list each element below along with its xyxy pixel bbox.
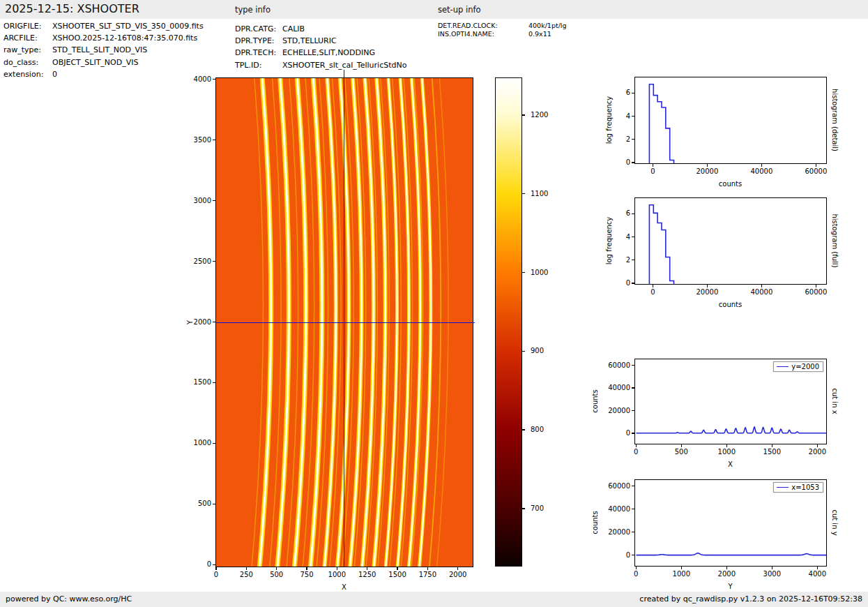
main-image-x-tick: [215, 567, 216, 570]
hist-detail-y-tick-label: 2: [626, 135, 630, 144]
colorbar-tick: [522, 272, 525, 273]
type-info-value: STD,TELLURIC: [282, 36, 337, 45]
cut-x-x-tick: [726, 444, 727, 447]
setup-info-row: INS.OPTI4.NAME:0.9x11: [438, 30, 567, 38]
file-info-label: extension:: [3, 68, 52, 80]
cut-x-y-tick-label: 20000: [608, 407, 630, 415]
setup-info-row: DET.READ.CLOCK:400k/1pt/lg: [438, 22, 567, 30]
cut-y-right-label: cut in y: [831, 509, 839, 535]
main-image-x-tick-label: 250: [240, 571, 253, 579]
cut-y-y-tick-label: 40000: [608, 505, 630, 514]
hist-full-y-tick: [632, 283, 634, 283]
file-info-row: ARCFILE:XSHOO.2025-12-16T08:47:35.070.fi…: [3, 32, 204, 44]
type-info-label: DPR.TECH:: [235, 47, 282, 59]
type-info-row: TPL.ID:XSHOOTER_slt_cal_TelluricStdNo: [235, 59, 406, 71]
file-info-block: ORIGFILE:XSHOOTER_SLT_STD_VIS_350_0009.f…: [3, 20, 204, 80]
file-info-label: do_class:: [3, 57, 52, 68]
cut-x-right-label: cut in x: [831, 388, 839, 414]
setup-info-value: 0.9x11: [528, 30, 551, 38]
colorbar: [495, 77, 522, 567]
colorbar-tick-label: 1200: [531, 111, 548, 119]
cut-x-series-line: [636, 427, 826, 433]
setup-info-block: DET.READ.CLOCK:400k/1pt/lgINS.OPTI4.NAME…: [438, 22, 567, 39]
cut-y-y-tick: [632, 555, 634, 555]
legend-line-sample: [777, 366, 789, 367]
hist-full-plot-box: [634, 197, 827, 285]
cut-y-x-tick-label: 3000: [763, 570, 781, 578]
file-info-value: XSHOO.2025-12-16T08:47:35.070.fits: [52, 33, 197, 43]
cut-y-legend: x=1053: [773, 482, 823, 493]
type-info-value: XSHOOTER_slt_cal_TelluricStdNo: [282, 61, 406, 70]
main-image-x-tick: [246, 567, 247, 570]
cut-x-ylabel: counts: [591, 389, 599, 412]
colorbar-tick-label: 700: [531, 504, 544, 513]
main-image-x-tick: [367, 567, 367, 570]
hist-detail-right-label: histogram (detail): [831, 89, 839, 151]
hist-detail-x-tick-label: 40000: [750, 167, 772, 176]
file-info-label: raw_type:: [3, 44, 52, 56]
hist-detail-y-tick: [632, 162, 634, 163]
hist-detail-y-tick: [632, 93, 634, 93]
hist-detail-x-tick-label: 20000: [696, 167, 718, 176]
cut-y-x-tick: [726, 567, 727, 569]
main-image-x-tick: [457, 567, 458, 570]
cut-y-x-tick-label: 0: [634, 570, 638, 578]
hist-full-ylabel: log frequency: [605, 217, 613, 265]
hist-detail-x-tick: [816, 164, 816, 167]
footer-created-by: created by qc_rawdisp.py v1.2.3 on 2025-…: [639, 592, 862, 607]
main-image-y-tick: [213, 140, 215, 140]
colorbar-tick-label: 800: [531, 426, 544, 434]
main-image-ylabel: Y: [186, 320, 194, 324]
cut-x-x-tick: [817, 444, 818, 447]
cut-y-y-tick: [632, 486, 634, 486]
cut-x-x-tick-label: 1500: [763, 448, 781, 456]
cut-x-y-tick: [632, 365, 634, 366]
main-image-y-tick: [213, 79, 215, 80]
cut-y-ylabel: counts: [591, 511, 599, 534]
crosshair-vertical-x1053: [344, 70, 344, 567]
hist-detail-y-tick-label: 6: [626, 89, 630, 97]
main-image-y-tick: [213, 443, 215, 444]
cut-y-x-tick: [636, 567, 637, 569]
hist-full-right-label: histogram (full): [831, 213, 839, 267]
cut-y-x-tick: [817, 567, 818, 569]
cut-y-y-tick-label: 0: [626, 551, 630, 560]
qc-rawdisp-page: 2025-12-15: XSHOOTER type info set-up in…: [0, 0, 868, 607]
hist-full-x-tick: [707, 285, 708, 287]
hist-detail-y-tick-label: 4: [626, 112, 630, 121]
colorbar-tick: [522, 508, 525, 509]
file-info-label: ORIGFILE:: [3, 20, 52, 32]
crosshair-horizontal-y2000: [216, 322, 475, 323]
main-image-x-tick: [427, 567, 428, 570]
hist-full-x-tick: [761, 285, 762, 287]
cut-x-y-tick-label: 0: [626, 429, 630, 437]
colorbar-tick: [522, 193, 525, 194]
hist-full-x-tick-label: 0: [650, 288, 655, 297]
cut-x-x-tick-label: 1000: [718, 448, 736, 456]
colorbar-tick-label: 1000: [531, 269, 548, 277]
main-image-x-tick-label: 750: [300, 571, 313, 579]
setup-info-value: 400k/1pt/lg: [528, 22, 567, 29]
cut-y-x-tick: [681, 567, 682, 569]
hist-detail-x-tick: [761, 164, 762, 167]
main-image-y-tick-label: 1500: [194, 378, 211, 387]
main-image-y-tick-label: 3500: [194, 136, 211, 144]
hist-detail-plot-box: [634, 77, 827, 164]
cut-y-series-line: [636, 553, 826, 555]
hist-full-y-tick-label: 0: [626, 279, 630, 287]
file-info-row: raw_type:STD_TELL_SLIT_NOD_VIS: [3, 44, 204, 56]
file-info-value: XSHOOTER_SLT_STD_VIS_350_0009.fits: [52, 22, 204, 31]
hist-full-series-line: [649, 204, 673, 284]
cut-y-x-tick-label: 2000: [718, 570, 736, 578]
type-info-value: CALIB: [282, 24, 305, 33]
main-image-x-tick-label: 500: [270, 571, 283, 579]
hist-full-x-tick: [816, 285, 816, 287]
main-image-x-tick: [276, 567, 277, 570]
hist-detail-x-tick-label: 60000: [805, 167, 827, 176]
cut-x-y-tick: [632, 410, 634, 411]
cut-x-x-tick-label: 2000: [809, 448, 826, 456]
cut-x-y-tick: [632, 433, 634, 433]
colorbar-tick: [522, 351, 525, 352]
page-title: 2025-12-15: XSHOOTER: [5, 2, 139, 15]
main-image-x-tick-label: 1250: [358, 571, 376, 579]
